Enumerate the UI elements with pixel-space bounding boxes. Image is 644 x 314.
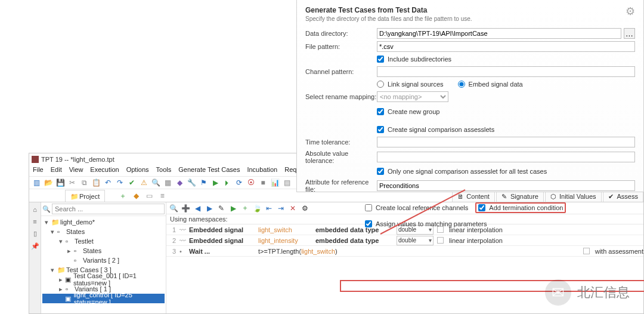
menu-options[interactable]: Options	[126, 166, 149, 176]
keyword: Embedded signal	[189, 237, 255, 244]
include-subdirs-checkbox[interactable]: Include subdirectories	[377, 56, 451, 63]
step-row[interactable]: 2 〰 Embedded signal light_intensity embe…	[166, 235, 643, 246]
watermark: ✉ 北汇信息	[545, 279, 630, 306]
generate-testcases-dialog: ⚙ Generate Test Cases from Test Data Spe…	[296, 0, 644, 192]
folder-icon: 📁	[57, 266, 64, 273]
step-icon2[interactable]: ≡	[157, 191, 167, 201]
keyword: Wait ...	[189, 248, 255, 255]
data-dir-input[interactable]	[377, 28, 621, 39]
attr-ref-input[interactable]	[377, 180, 635, 191]
save-icon[interactable]: 💾	[55, 178, 65, 187]
create-new-group-checkbox[interactable]: Create new group	[377, 108, 439, 115]
abs-tol-input[interactable]	[377, 152, 635, 162]
opt-checkbox[interactable]	[437, 237, 444, 244]
open-icon[interactable]: 📂	[44, 178, 53, 187]
channel-pattern-input[interactable]	[377, 66, 635, 77]
step-row-wait[interactable]: 3 • Wait ... t>=TPT.length(light_switch)…	[166, 246, 643, 257]
project-tree: ▾📁light_demo* ▾▫States ▾▫Testlet ▸▫State…	[41, 216, 166, 304]
wait-condition: t>=TPT.length(light_switch)	[258, 248, 580, 255]
wrench-icon[interactable]: 🔧	[187, 178, 196, 187]
menu-edit[interactable]: Edit	[51, 166, 62, 176]
timeline-icon[interactable]: ▭	[144, 191, 154, 201]
bookmark-icon[interactable]: ▯	[33, 230, 37, 238]
menu-file[interactable]: File	[33, 166, 44, 176]
nav-back-icon[interactable]: ◀	[193, 204, 202, 213]
runall-icon[interactable]: ⏵	[222, 178, 232, 187]
tree-testlet[interactable]: ▾▫Testlet	[42, 236, 165, 246]
chart-icon[interactable]: 📊	[270, 178, 280, 187]
create-assesslets-checkbox[interactable]: Create signal comparison assesslets	[377, 126, 494, 133]
cycle-icon[interactable]: ⟳	[234, 178, 244, 187]
redo-icon[interactable]: ↷	[115, 178, 125, 187]
embed-signal-radio[interactable]: Embed signal data	[458, 81, 523, 88]
edit-icon[interactable]: ✎	[216, 204, 226, 213]
opt-checkbox[interactable]	[583, 248, 590, 254]
edt-label: embedded data type	[315, 237, 393, 244]
abs-tol-label: Absolute value tolerance:	[305, 150, 377, 164]
file-pattern-input[interactable]	[377, 41, 635, 52]
undo-icon[interactable]: ↶	[103, 178, 113, 187]
link-sources-radio[interactable]: Link signal sources	[377, 81, 444, 88]
search-input[interactable]	[52, 204, 165, 214]
warn-icon[interactable]: ⚠	[139, 178, 148, 187]
menu-view[interactable]: View	[69, 166, 83, 176]
dashboard-icon[interactable]: ▤	[282, 178, 292, 187]
tree-states2[interactable]: ▸▫States	[42, 246, 165, 255]
menu-execution[interactable]: Execution	[90, 166, 119, 176]
cut-icon[interactable]: ✂	[67, 178, 77, 187]
add-termination-checkbox[interactable]: Add termination condition	[475, 202, 566, 213]
attr-ref-label: Attribute for reference file:	[305, 178, 377, 193]
signature-icon: ✎	[501, 193, 509, 200]
play-icon[interactable]: ▶	[228, 204, 238, 213]
step-add-icon[interactable]: ➕	[181, 204, 190, 213]
testcase-icon: ▣	[65, 276, 72, 283]
folder-icon: 📁	[51, 218, 58, 226]
search-icon[interactable]: 🔍	[151, 178, 160, 187]
stop-icon[interactable]: ■	[258, 178, 268, 187]
new-icon[interactable]: ▥	[32, 178, 41, 187]
menu-tools[interactable]: Tools	[156, 166, 172, 176]
pin-icon[interactable]: 📌	[31, 242, 39, 250]
watermark-text: 北汇信息	[577, 284, 630, 301]
tree-lignt-control[interactable]: ▣lignt_control [ ID=25 status=new ]	[42, 294, 165, 303]
rename-mapping-label: Select rename mapping:	[305, 93, 377, 100]
zoom-in-icon[interactable]: 🔍	[169, 204, 178, 213]
tree-tc-001[interactable]: ▸▣Test Case_001 [ ID=1 status=new ]	[42, 275, 165, 284]
signal-name: light_intensity	[258, 237, 312, 244]
tree-states[interactable]: ▾▫States	[42, 227, 165, 236]
time-tol-input[interactable]	[377, 137, 635, 147]
list-icon[interactable]: ≡	[33, 218, 36, 225]
add-icon[interactable]: ＋	[118, 191, 128, 201]
home-icon[interactable]: ⌂	[33, 206, 37, 213]
flag-icon[interactable]: ⚑	[199, 178, 208, 187]
check-icon[interactable]: ✔	[127, 178, 137, 187]
dtype-select[interactable]: double	[397, 236, 434, 245]
config-icon[interactable]: ◆	[175, 178, 184, 187]
tab-project[interactable]: 📁Project	[65, 190, 105, 202]
assign-values-checkbox[interactable]: Assign values to matching parameters	[365, 220, 487, 227]
browse-button[interactable]: …	[624, 28, 635, 39]
run-icon[interactable]: ▶	[210, 178, 220, 187]
grid-icon[interactable]: ▦	[163, 178, 172, 187]
testcase-icon: ▣	[65, 295, 72, 302]
variant-icon[interactable]: ◆	[131, 191, 141, 201]
signal-name: light_switch	[258, 226, 312, 233]
paste-icon[interactable]: 📋	[91, 178, 101, 187]
only-one-assesslet-checkbox[interactable]: Only one signal comparison assesslet for…	[377, 168, 547, 175]
menu-incubation[interactable]: Incubation	[247, 166, 277, 176]
step-icon[interactable]: ⦿	[246, 178, 256, 187]
pageprev-icon[interactable]: ⇤	[264, 204, 274, 213]
tree-variants2[interactable]: ▫Variants [ 2 ]	[42, 255, 165, 265]
pagenext-icon[interactable]: ⇥	[276, 204, 286, 213]
delete-icon[interactable]: ✕	[288, 204, 298, 213]
leaf-icon[interactable]: 🍃	[252, 204, 262, 213]
time-tol-label: Time tolerance:	[305, 138, 377, 146]
create-local-ref-checkbox[interactable]: Create local reference channels	[365, 202, 468, 213]
gear-icon: ⚙	[626, 5, 635, 18]
rename-mapping-select[interactable]: <no mapping>	[377, 91, 448, 102]
menu-generate-test-cases[interactable]: Generate Test Cases	[178, 166, 240, 176]
tree-root[interactable]: ▾📁light_demo*	[42, 217, 165, 227]
nav-fwd-icon[interactable]: ▶	[205, 204, 214, 213]
copy-icon[interactable]: ⧉	[79, 178, 89, 187]
insert-icon[interactable]: ＋	[240, 204, 250, 213]
